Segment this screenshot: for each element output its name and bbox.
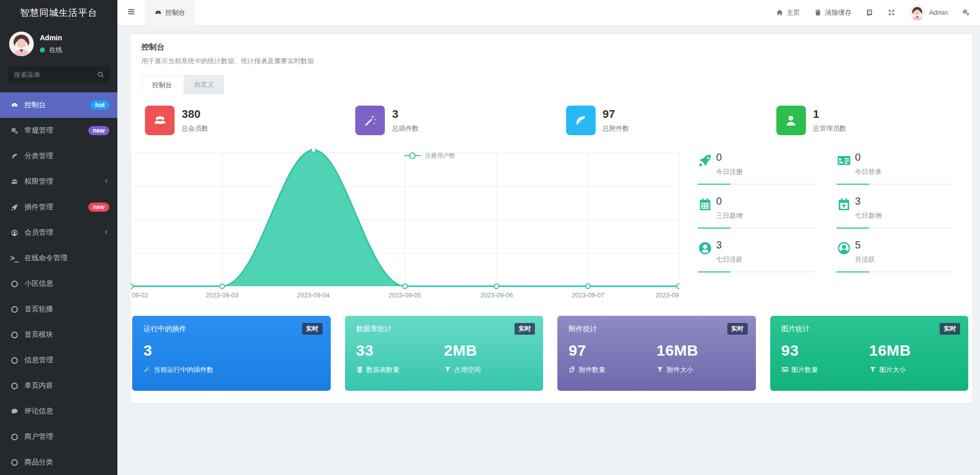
svg-text:2023-09: 2023-09 (655, 292, 679, 299)
card-caption: 附件数量 (579, 366, 605, 373)
clear-cache-button[interactable]: 清除缓存 (807, 0, 859, 26)
sidebar-item-merchant[interactable]: 商户管理 (0, 424, 117, 449)
card-image-stats: 图片统计 实时 93 图片数量 16MB 图片大小 (770, 316, 969, 391)
sidebar-user-panel[interactable]: Admin 在线 (0, 26, 117, 61)
hot-badge: hot (90, 101, 109, 110)
ministat-value: 3 (855, 195, 881, 207)
stat-value: 1 (813, 108, 846, 121)
circle-icon (9, 383, 19, 389)
menu-search-input[interactable] (8, 66, 110, 83)
card-value: 33 (356, 342, 444, 359)
user-avatar (910, 5, 925, 20)
circle-icon (9, 281, 19, 287)
card-caption: 图片大小 (879, 366, 906, 373)
sidebar-item-addon[interactable]: 插件管理 new (0, 194, 117, 220)
gauge-icon (9, 102, 19, 109)
fullscreen-button[interactable] (880, 0, 902, 26)
sidebar-item-general[interactable]: 常规管理 new (0, 118, 117, 143)
sidebar-item-community[interactable]: 小区信息 (0, 271, 117, 296)
card-value: 3 (143, 342, 231, 359)
user-avatar[interactable] (9, 32, 34, 56)
sidebar-item-members[interactable]: 会员管理 (0, 220, 117, 245)
sidebar-item-label: 信息管理 (24, 356, 53, 365)
stat-label: 总插件数 (392, 124, 419, 133)
ministat-7day-active: 3 七日活跃 (698, 239, 815, 272)
card-value: 2MB (444, 342, 532, 359)
realtime-badge: 实时 (940, 323, 960, 335)
topbar-username: Admin (929, 9, 948, 16)
card-title: 运行中的插件 (143, 324, 320, 334)
comment-icon (9, 408, 19, 415)
svg-text:2023-09-05: 2023-09-05 (388, 292, 421, 299)
sidebar-item-label: 单页内容 (24, 381, 53, 390)
group-icon (145, 106, 175, 135)
user-icon (776, 106, 806, 135)
stat-value: 97 (603, 108, 629, 121)
topbar-tab-label: 控制台 (165, 8, 185, 17)
app-logo-title: 智慧同城生活平台 (0, 0, 117, 26)
card-database-stats: 数据库统计 实时 33 数据表数量 2MB 占用空间 (345, 316, 544, 391)
tab-dashboard[interactable]: 控制台 (141, 75, 183, 94)
search-icon[interactable] (97, 70, 105, 79)
calendar-icon (698, 197, 716, 214)
ministat-month-active: 5 月活跃 (837, 239, 954, 272)
circle-icon (9, 332, 19, 338)
user-circle-icon (9, 229, 19, 237)
tab-custom[interactable]: 自定义 (184, 75, 224, 94)
gauge-icon (155, 9, 162, 16)
stat-value: 380 (182, 108, 208, 121)
stat-label: 总附件数 (603, 124, 629, 133)
stat-total-members: 380 总会员数 (131, 106, 341, 135)
stat-value: 3 (392, 108, 419, 121)
home-link[interactable]: 主页 (769, 0, 807, 26)
ministat-label: 七日活跃 (716, 255, 743, 264)
card-title: 附件统计 (569, 324, 745, 334)
hamburger-menu-icon[interactable] (117, 7, 145, 18)
sidebar-item-comments[interactable]: 评论信息 (0, 398, 117, 424)
ministat-7day-new: 3 七日新增 (837, 195, 954, 229)
clear-cache-label: 清除缓存 (825, 8, 851, 17)
card-caption: 占用空间 (454, 366, 481, 373)
panel-tabs: 控制台 自定义 (131, 75, 972, 94)
settings-button[interactable] (955, 0, 980, 26)
ministat-today-login: 0 今日登录 (837, 152, 954, 185)
sidebar-item-goods-category[interactable]: 商品分类 (0, 449, 117, 475)
rocket-icon (9, 204, 19, 211)
ministat-value: 0 (855, 152, 881, 163)
circle-icon (9, 434, 19, 440)
sidebar-item-label: 小区信息 (24, 279, 53, 288)
sidebar-item-label: 首页轮播 (24, 305, 53, 314)
svg-text:2023-09-06: 2023-09-06 (480, 292, 513, 299)
ministat-today-register: 0 今日注册 (698, 152, 815, 185)
sidebar-item-label: 分类管理 (24, 152, 53, 161)
sidebar-item-auth[interactable]: 权限管理 (0, 169, 117, 194)
topbar-tab-dashboard[interactable]: 控制台 (145, 0, 195, 26)
sidebar-item-command[interactable]: >_ 在线命令管理 (0, 245, 117, 271)
topbar-user-menu[interactable]: Admin (902, 0, 955, 26)
mini-stats-grid: 0 今日注册 0 今日登录 0 (679, 148, 972, 302)
sidebar-item-info[interactable]: 信息管理 (0, 347, 117, 373)
menu-search (8, 66, 110, 83)
new-badge: new (88, 126, 109, 135)
sidebar-item-home-module[interactable]: 首页模块 (0, 322, 117, 347)
stat-total-addons: 3 总插件数 (341, 106, 551, 135)
sidebar-item-label: 会员管理 (24, 228, 53, 237)
sidebar-item-page[interactable]: 单页内容 (0, 373, 117, 398)
user-name: Admin (40, 34, 62, 42)
ministat-value: 3 (716, 239, 743, 251)
user-status: 在线 (40, 45, 62, 55)
user-circle-icon (837, 241, 855, 258)
registered-users-chart[interactable]: 注册用户数 09-02 2023-09-03 2023-09-04 2023-0… (131, 148, 679, 302)
chevron-left-icon (103, 178, 109, 185)
stats-row: 380 总会员数 3 总插件数 97 总附件数 (131, 94, 972, 135)
sidebar-item-banner[interactable]: 首页轮播 (0, 296, 117, 322)
user-circle-solid-icon (698, 241, 716, 258)
sidebar-item-category[interactable]: 分类管理 (0, 143, 117, 169)
sidebar-item-dashboard[interactable]: 控制台 hot (0, 92, 117, 118)
users-icon (9, 178, 19, 186)
sidebar-item-label: 首页模块 (24, 330, 53, 339)
realtime-badge: 实时 (302, 323, 323, 335)
check-update-button[interactable] (859, 0, 880, 26)
card-caption: 附件大小 (667, 366, 693, 373)
terminal-icon: >_ (9, 254, 19, 263)
